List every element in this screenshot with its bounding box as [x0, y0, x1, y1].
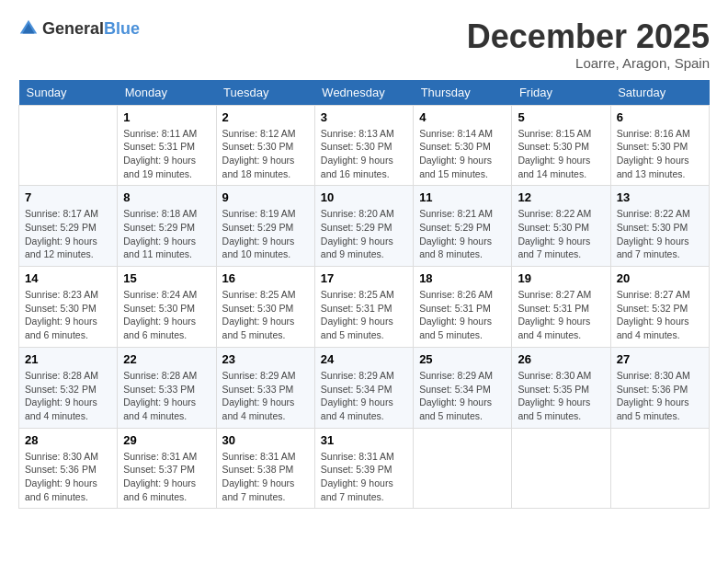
- day-number: 30: [222, 433, 309, 447]
- day-number: 1: [123, 110, 210, 124]
- day-info: Sunrise: 8:21 AMSunset: 5:29 PMDaylight:…: [419, 207, 506, 261]
- calendar-cell: 26Sunrise: 8:30 AMSunset: 5:35 PMDayligh…: [512, 347, 610, 428]
- day-info: Sunrise: 8:29 AMSunset: 5:34 PMDaylight:…: [419, 369, 506, 423]
- day-info: Sunrise: 8:31 AMSunset: 5:37 PMDaylight:…: [123, 450, 210, 504]
- day-info: Sunrise: 8:23 AMSunset: 5:30 PMDaylight:…: [25, 288, 111, 342]
- header-wednesday: Wednesday: [314, 80, 413, 106]
- day-number: 18: [419, 271, 506, 285]
- calendar-cell: 19Sunrise: 8:27 AMSunset: 5:31 PMDayligh…: [512, 267, 610, 348]
- header-sunday: Sunday: [19, 80, 118, 106]
- header-friday: Friday: [512, 80, 610, 106]
- day-info: Sunrise: 8:28 AMSunset: 5:33 PMDaylight:…: [123, 369, 210, 423]
- calendar-cell: 17Sunrise: 8:25 AMSunset: 5:31 PMDayligh…: [314, 267, 413, 348]
- location: Loarre, Aragon, Spain: [467, 55, 710, 71]
- day-info: Sunrise: 8:25 AMSunset: 5:31 PMDaylight:…: [321, 288, 407, 342]
- day-info: Sunrise: 8:13 AMSunset: 5:30 PMDaylight:…: [321, 127, 407, 181]
- day-number: 23: [222, 352, 309, 366]
- calendar-cell: 11Sunrise: 8:21 AMSunset: 5:29 PMDayligh…: [414, 186, 512, 267]
- day-number: 13: [617, 190, 703, 204]
- calendar-cell: [512, 428, 610, 509]
- logo: GeneralBlue: [18, 18, 140, 39]
- day-number: 28: [25, 433, 111, 447]
- day-number: 3: [321, 110, 407, 124]
- day-info: Sunrise: 8:28 AMSunset: 5:32 PMDaylight:…: [25, 369, 111, 423]
- calendar-cell: 6Sunrise: 8:16 AMSunset: 5:30 PMDaylight…: [610, 105, 709, 186]
- calendar-cell: 21Sunrise: 8:28 AMSunset: 5:32 PMDayligh…: [19, 347, 118, 428]
- title-block: December 2025 Loarre, Aragon, Spain: [467, 18, 710, 71]
- day-info: Sunrise: 8:31 AMSunset: 5:39 PMDaylight:…: [321, 450, 407, 504]
- calendar-cell: 1Sunrise: 8:11 AMSunset: 5:31 PMDaylight…: [118, 105, 216, 186]
- day-number: 15: [123, 271, 210, 285]
- day-info: Sunrise: 8:26 AMSunset: 5:31 PMDaylight:…: [419, 288, 506, 342]
- day-number: 4: [419, 110, 506, 124]
- calendar-week-row: 14Sunrise: 8:23 AMSunset: 5:30 PMDayligh…: [19, 267, 710, 348]
- calendar-cell: [19, 105, 118, 186]
- page-header: GeneralBlue December 2025 Loarre, Aragon…: [18, 18, 710, 71]
- calendar-week-row: 1Sunrise: 8:11 AMSunset: 5:31 PMDaylight…: [19, 105, 710, 186]
- day-number: 7: [25, 190, 111, 204]
- day-number: 31: [321, 433, 407, 447]
- day-info: Sunrise: 8:29 AMSunset: 5:33 PMDaylight:…: [222, 369, 309, 423]
- day-number: 11: [419, 190, 506, 204]
- header-thursday: Thursday: [414, 80, 512, 106]
- day-info: Sunrise: 8:22 AMSunset: 5:30 PMDaylight:…: [518, 207, 604, 261]
- day-info: Sunrise: 8:31 AMSunset: 5:38 PMDaylight:…: [222, 450, 309, 504]
- day-info: Sunrise: 8:29 AMSunset: 5:34 PMDaylight:…: [321, 369, 407, 423]
- calendar-cell: 25Sunrise: 8:29 AMSunset: 5:34 PMDayligh…: [414, 347, 512, 428]
- day-number: 17: [321, 271, 407, 285]
- day-info: Sunrise: 8:20 AMSunset: 5:29 PMDaylight:…: [321, 207, 407, 261]
- day-number: 19: [518, 271, 604, 285]
- day-number: 14: [25, 271, 111, 285]
- day-number: 10: [321, 190, 407, 204]
- day-info: Sunrise: 8:16 AMSunset: 5:30 PMDaylight:…: [617, 127, 703, 181]
- day-info: Sunrise: 8:14 AMSunset: 5:30 PMDaylight:…: [419, 127, 506, 181]
- day-number: 16: [222, 271, 309, 285]
- day-number: 29: [123, 433, 210, 447]
- logo-general: General: [42, 19, 104, 38]
- day-info: Sunrise: 8:19 AMSunset: 5:29 PMDaylight:…: [222, 207, 309, 261]
- day-number: 12: [518, 190, 604, 204]
- calendar-cell: 28Sunrise: 8:30 AMSunset: 5:36 PMDayligh…: [19, 428, 118, 509]
- header-monday: Monday: [118, 80, 216, 106]
- day-number: 20: [617, 271, 703, 285]
- month-title: December 2025: [467, 18, 710, 55]
- day-info: Sunrise: 8:12 AMSunset: 5:30 PMDaylight:…: [222, 127, 309, 181]
- day-info: Sunrise: 8:24 AMSunset: 5:30 PMDaylight:…: [123, 288, 210, 342]
- day-info: Sunrise: 8:11 AMSunset: 5:31 PMDaylight:…: [123, 127, 210, 181]
- calendar-cell: 9Sunrise: 8:19 AMSunset: 5:29 PMDaylight…: [216, 186, 314, 267]
- day-info: Sunrise: 8:27 AMSunset: 5:32 PMDaylight:…: [617, 288, 703, 342]
- day-number: 9: [222, 190, 309, 204]
- calendar-week-row: 7Sunrise: 8:17 AMSunset: 5:29 PMDaylight…: [19, 186, 710, 267]
- calendar-cell: 18Sunrise: 8:26 AMSunset: 5:31 PMDayligh…: [414, 267, 512, 348]
- day-number: 5: [518, 110, 604, 124]
- day-number: 2: [222, 110, 309, 124]
- day-info: Sunrise: 8:30 AMSunset: 5:36 PMDaylight:…: [617, 369, 703, 423]
- day-info: Sunrise: 8:27 AMSunset: 5:31 PMDaylight:…: [518, 288, 604, 342]
- header-saturday: Saturday: [610, 80, 709, 106]
- calendar-cell: 13Sunrise: 8:22 AMSunset: 5:30 PMDayligh…: [610, 186, 709, 267]
- day-info: Sunrise: 8:17 AMSunset: 5:29 PMDaylight:…: [25, 207, 111, 261]
- day-info: Sunrise: 8:30 AMSunset: 5:36 PMDaylight:…: [25, 450, 111, 504]
- calendar-week-row: 21Sunrise: 8:28 AMSunset: 5:32 PMDayligh…: [19, 347, 710, 428]
- day-number: 21: [25, 352, 111, 366]
- calendar-cell: [610, 428, 709, 509]
- calendar-cell: 31Sunrise: 8:31 AMSunset: 5:39 PMDayligh…: [314, 428, 413, 509]
- calendar-cell: 2Sunrise: 8:12 AMSunset: 5:30 PMDaylight…: [216, 105, 314, 186]
- logo-text: GeneralBlue: [42, 19, 140, 39]
- calendar-cell: 30Sunrise: 8:31 AMSunset: 5:38 PMDayligh…: [216, 428, 314, 509]
- day-info: Sunrise: 8:22 AMSunset: 5:30 PMDaylight:…: [617, 207, 703, 261]
- logo-blue: Blue: [104, 19, 140, 38]
- calendar-cell: 3Sunrise: 8:13 AMSunset: 5:30 PMDaylight…: [314, 105, 413, 186]
- calendar-cell: 5Sunrise: 8:15 AMSunset: 5:30 PMDaylight…: [512, 105, 610, 186]
- calendar-cell: [414, 428, 512, 509]
- calendar-week-row: 28Sunrise: 8:30 AMSunset: 5:36 PMDayligh…: [19, 428, 710, 509]
- calendar-header-row: SundayMondayTuesdayWednesdayThursdayFrid…: [19, 80, 710, 106]
- calendar-cell: 22Sunrise: 8:28 AMSunset: 5:33 PMDayligh…: [118, 347, 216, 428]
- calendar-cell: 23Sunrise: 8:29 AMSunset: 5:33 PMDayligh…: [216, 347, 314, 428]
- calendar-cell: 14Sunrise: 8:23 AMSunset: 5:30 PMDayligh…: [19, 267, 118, 348]
- logo-icon: [18, 18, 39, 39]
- calendar-cell: 24Sunrise: 8:29 AMSunset: 5:34 PMDayligh…: [314, 347, 413, 428]
- calendar-cell: 15Sunrise: 8:24 AMSunset: 5:30 PMDayligh…: [118, 267, 216, 348]
- calendar-cell: 16Sunrise: 8:25 AMSunset: 5:30 PMDayligh…: [216, 267, 314, 348]
- calendar-cell: 29Sunrise: 8:31 AMSunset: 5:37 PMDayligh…: [118, 428, 216, 509]
